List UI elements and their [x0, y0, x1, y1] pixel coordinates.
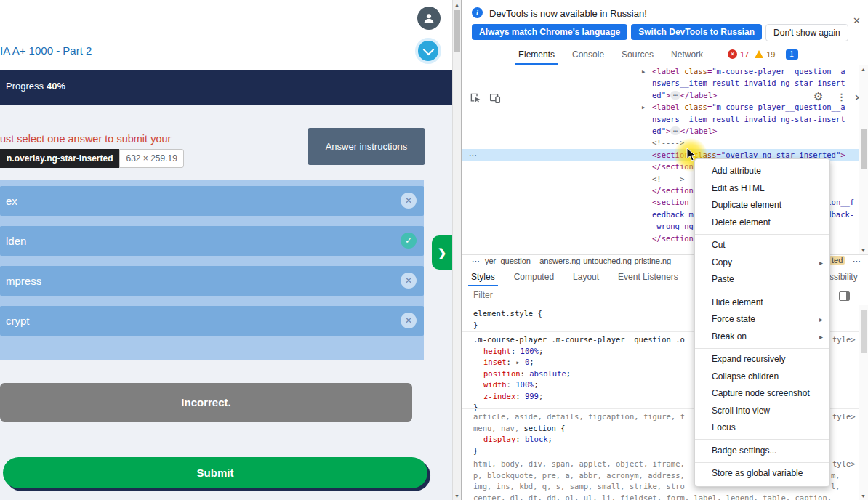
check-icon: ✓	[401, 233, 417, 249]
css-line-fragment: m,	[831, 470, 840, 482]
menu-item-paste[interactable]: Paste	[695, 271, 829, 289]
breadcrumb[interactable]: yer_question__answers.ng-untouched.ng-pr…	[485, 257, 671, 265]
more-actions-ellipsis[interactable]: ⋯	[469, 149, 477, 161]
dom-tree-line[interactable]: -wrong ng-	[652, 220, 698, 232]
menu-item-duplicate-element[interactable]: Duplicate element	[695, 197, 829, 214]
css-line: p, blockquote, pre, a, abbr, acronym, ad…	[473, 470, 685, 482]
answer-instructions-button[interactable]: Answer instructions	[308, 128, 425, 165]
dom-tree-line[interactable]: ed">⋯</label>	[652, 89, 717, 101]
menu-item-focus[interactable]: Focus	[695, 419, 829, 437]
expand-arrow-icon[interactable]: ▶	[642, 66, 645, 78]
scrollbar-thumb[interactable]	[861, 129, 867, 169]
filter-input[interactable]	[472, 289, 678, 301]
menu-item-store-as-global-variable[interactable]: Store as global variable	[695, 465, 829, 483]
answer-instructions-label: Answer instructions	[326, 141, 408, 152]
scroll-down-arrow[interactable]: ▼	[453, 491, 461, 500]
stylesheet-link[interactable]: tyle>	[832, 459, 856, 470]
devtools-panel: i DevTools is now available in Russian! …	[461, 0, 868, 500]
css-line: display: block;	[483, 434, 552, 445]
menu-item-scroll-into-view[interactable]: Scroll into view	[695, 403, 829, 420]
dom-tree-line[interactable]: nswers__item result invalid ng-star-inse…	[652, 77, 845, 89]
menu-item-badge-settings[interactable]: Badge settings...	[695, 443, 829, 460]
css-line: article, aside, details, figcaption, fig…	[473, 411, 685, 423]
tab-computed[interactable]: Computed	[505, 267, 563, 286]
menu-item-edit-as-html[interactable]: Edit as HTML	[695, 180, 829, 198]
menu-separator	[695, 291, 829, 291]
x-icon: ✕	[401, 273, 417, 289]
menu-item-hide-element[interactable]: Hide element	[695, 294, 829, 312]
feedback-banner: Incorrect.	[0, 383, 412, 422]
inspect-tooltip: n.overlay.ng-star-inserted 632 × 259.19	[0, 149, 184, 168]
person-icon	[422, 12, 435, 25]
css-line: }	[473, 445, 478, 457]
menu-item-break-on[interactable]: Break on▸	[695, 328, 829, 346]
answer-option[interactable]: crypt✕	[0, 306, 424, 336]
stylesheet-link[interactable]: tyle>	[832, 334, 856, 346]
inspect-tooltip-selector: n.overlay.ng-star-inserted	[0, 149, 119, 168]
next-panel-button[interactable]: ❯	[432, 235, 452, 270]
menu-item-delete-element[interactable]: Delete element	[695, 214, 829, 232]
css-line: z-index: 999;	[483, 391, 543, 403]
css-line: html, body, div, span, applet, object, i…	[473, 459, 685, 470]
screen: IA A+ 1000 - Part 2 Progress40% ust sele…	[0, 0, 868, 500]
menu-separator	[695, 234, 829, 235]
css-line: menu, nav, section {	[473, 423, 565, 435]
breadcrumb-overflow-left[interactable]: ⋯	[472, 257, 480, 266]
dom-tree-line[interactable]: ▶<label class="m-course-player__question…	[652, 101, 845, 113]
tab-event-listeners[interactable]: Event Listeners	[608, 267, 688, 286]
menu-item-expand-recursively[interactable]: Expand recursively	[695, 351, 829, 368]
breadcrumb-overflow-right[interactable]: ⋯	[853, 257, 861, 266]
avatar[interactable]	[417, 7, 441, 30]
dom-tree-line[interactable]: <!---->	[652, 173, 684, 185]
menu-item-capture-node-screenshot[interactable]: Capture node screenshot	[695, 385, 829, 403]
elements-scrollbar[interactable]: ▲ ▼	[859, 65, 868, 254]
scroll-up-arrow[interactable]: ▲	[453, 0, 461, 9]
menu-item-force-state[interactable]: Force state▸	[695, 311, 829, 328]
breadcrumb-selected-crumb[interactable]: ted	[829, 256, 845, 265]
x-icon: ✕	[401, 312, 417, 328]
answer-option[interactable]: lden✓	[0, 226, 424, 256]
submenu-arrow-icon: ▸	[819, 254, 823, 272]
answer-option[interactable]: ex✕	[0, 186, 424, 216]
dom-tree-line[interactable]: </section>	[652, 233, 698, 244]
css-line: inset: ▸ 0;	[483, 357, 534, 368]
submit-button[interactable]: Submit	[3, 457, 427, 488]
scroll-down-arrow[interactable]: ▼	[859, 491, 867, 500]
sidebar-toggle-icon[interactable]	[839, 291, 850, 301]
dom-tree-line[interactable]: ed">⋯</label>	[652, 125, 717, 137]
chevron-down-icon	[422, 44, 434, 55]
tab-accessibility-fragment[interactable]: ssibility	[829, 272, 858, 282]
tab-styles[interactable]: Styles	[462, 267, 505, 286]
menu-item-add-attribute[interactable]: Add attribute	[695, 163, 829, 180]
scroll-up-arrow[interactable]: ▲	[859, 65, 867, 73]
css-line: position: absolute;	[483, 368, 571, 380]
menu-item-cut[interactable]: Cut	[695, 237, 829, 254]
css-line: .m-course-player .m-course-player__quest…	[473, 334, 685, 346]
dom-tree-line[interactable]: nswers__item result invalid ng-star-inse…	[652, 113, 845, 125]
css-line: center, dl, dt, dd, ol, ul, li, fieldset…	[473, 493, 832, 500]
x-icon: ✕	[401, 193, 417, 209]
answer-option[interactable]: mpress✕	[0, 266, 424, 296]
expand-arrow-icon[interactable]: ▶	[642, 102, 645, 113]
dom-tree-line[interactable]: ▶<label class="m-course-player__question…	[652, 65, 845, 77]
answer-label: crypt	[6, 315, 30, 327]
dom-tree-line[interactable]: </section>	[652, 185, 698, 196]
stylesheet-link[interactable]: tyle>	[832, 411, 856, 423]
css-line-fragment: l,	[831, 481, 840, 493]
styles-scrollbar[interactable]: ▼	[859, 305, 868, 500]
scroll-down-arrow[interactable]: ▼	[859, 246, 867, 254]
page-scrollbar[interactable]: ▲ ▼	[452, 0, 461, 500]
submenu-arrow-icon: ▸	[819, 328, 823, 346]
menu-item-copy[interactable]: Copy▸	[695, 254, 829, 272]
chevron-right-icon: ❯	[438, 246, 447, 259]
submenu-arrow-icon: ▸	[819, 311, 823, 328]
tab-layout[interactable]: Layout	[563, 267, 608, 286]
collapse-header-button[interactable]	[418, 41, 438, 61]
css-line: height: 100%;	[483, 346, 543, 358]
menu-item-collapse-children[interactable]: Collapse children	[695, 368, 829, 386]
scrollbar-thumb[interactable]	[861, 310, 867, 353]
validation-warning: ust select one answer to submit your	[0, 133, 171, 145]
scrollbar-thumb[interactable]	[454, 10, 460, 52]
progress-section: Progress40%	[0, 70, 452, 105]
answer-label: ex	[6, 195, 17, 207]
